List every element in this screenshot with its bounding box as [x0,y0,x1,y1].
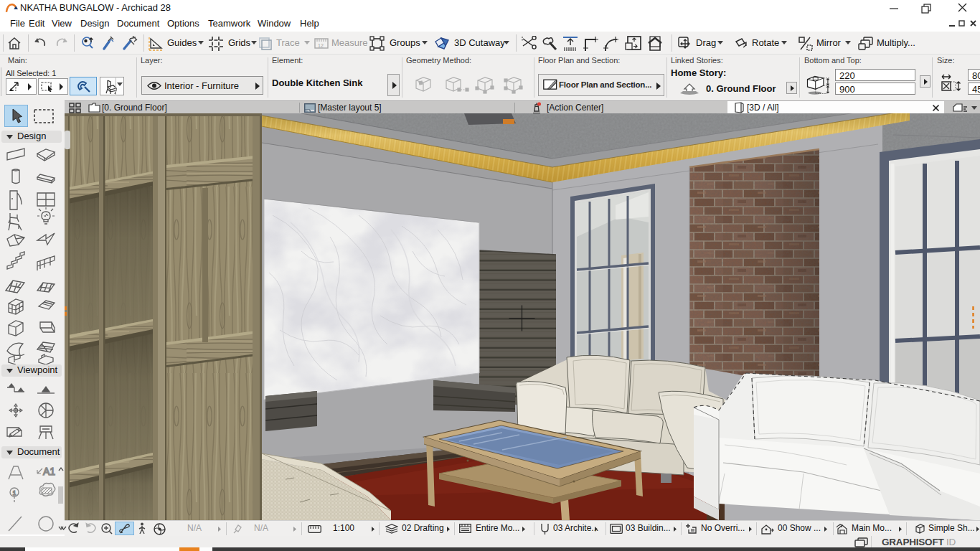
svg-text:A1: A1 [43,466,55,477]
svg-text:1: 1 [13,489,17,496]
svg-text:12: 12 [318,43,324,48]
